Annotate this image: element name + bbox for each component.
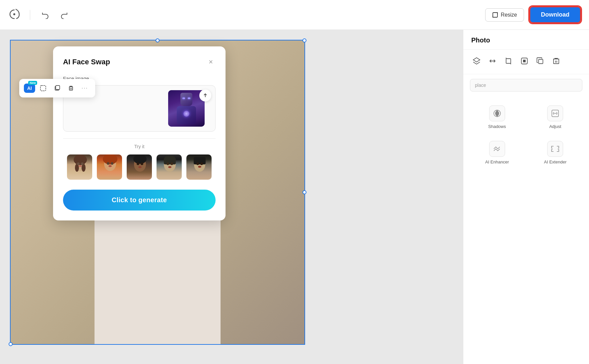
selection-handle-corner[interactable] — [302, 38, 306, 42]
layers-button[interactable] — [470, 54, 483, 69]
panel-search-bar[interactable]: place — [470, 79, 582, 91]
background-button[interactable] — [518, 54, 531, 69]
search-placeholder: place — [475, 83, 486, 88]
adjust-icon — [547, 105, 563, 121]
ai-enhancer-item[interactable]: AI Enhancer — [470, 137, 524, 168]
modal-close-button[interactable]: × — [206, 56, 216, 68]
delete-tool-button[interactable] — [65, 82, 77, 94]
face-sample-img-1 — [67, 154, 92, 180]
svg-rect-2 — [40, 86, 46, 91]
ironman-chest — [183, 111, 189, 117]
shadows-icon — [489, 105, 505, 121]
canvas-area: AI New — [0, 30, 463, 364]
svg-rect-33 — [194, 157, 206, 164]
svg-marker-37 — [473, 58, 480, 62]
svg-point-28 — [168, 156, 175, 161]
selection-handle-top[interactable] — [156, 38, 160, 42]
svg-point-35 — [200, 162, 203, 165]
svg-rect-5 — [69, 87, 73, 90]
svg-point-0 — [13, 13, 15, 15]
ai-tool-button[interactable]: AI New — [24, 84, 35, 93]
duplicate-button[interactable] — [534, 54, 547, 69]
main-layout: AI New — [0, 30, 589, 364]
svg-rect-42 — [539, 59, 543, 64]
face-sample-4[interactable] — [156, 154, 182, 180]
ai-label: AI — [27, 86, 32, 91]
delete-panel-button[interactable] — [550, 54, 563, 69]
face-samples — [63, 154, 216, 180]
panel-title: Photo — [463, 30, 589, 50]
ai-extender-label: AI Extender — [544, 159, 566, 164]
ai-extender-icon — [547, 141, 563, 157]
ironman-eyes — [182, 97, 190, 99]
svg-point-17 — [107, 162, 109, 165]
face-sample-img-4 — [157, 154, 182, 180]
ironman-body — [177, 106, 196, 124]
svg-point-29 — [166, 162, 169, 165]
ironman-head — [180, 93, 192, 106]
adjust-item[interactable]: Adjust — [528, 101, 583, 133]
resize-label: Resize — [501, 12, 517, 18]
select-tool-button[interactable] — [37, 82, 49, 94]
svg-rect-1 — [493, 13, 497, 17]
svg-point-13 — [81, 162, 84, 165]
svg-point-19 — [108, 165, 112, 167]
ai-enhancer-icon — [489, 141, 505, 157]
modal-header: AI Face Swap × — [63, 56, 216, 68]
panel-toolbar — [463, 50, 589, 74]
svg-point-9 — [74, 154, 87, 165]
ironman-eye-left — [182, 97, 185, 99]
divider — [63, 138, 216, 139]
crop-button[interactable] — [502, 54, 515, 69]
face-sample-2[interactable] — [96, 154, 123, 180]
svg-point-34 — [196, 162, 199, 165]
svg-point-22 — [137, 162, 139, 165]
upload-icon-button[interactable] — [199, 90, 211, 101]
new-badge: New — [28, 81, 37, 85]
ai-face-swap-modal: AI Face Swap × Face image — [53, 46, 226, 220]
face-sample-img-3 — [127, 154, 152, 180]
svg-point-23 — [141, 162, 143, 165]
svg-point-30 — [170, 162, 173, 165]
svg-point-36 — [198, 166, 201, 168]
ai-enhancer-label: AI Enhancer — [485, 159, 509, 164]
svg-rect-4 — [56, 86, 60, 90]
resize-button[interactable]: Resize — [485, 8, 524, 22]
face-sample-5[interactable] — [186, 154, 212, 180]
topbar-divider — [30, 10, 30, 20]
selection-handle-right[interactable] — [302, 190, 306, 194]
logo-icon[interactable] — [8, 8, 21, 22]
topbar-right: Resize Download — [485, 6, 581, 23]
svg-point-18 — [111, 162, 113, 165]
modal-title: AI Face Swap — [63, 58, 110, 66]
svg-point-21 — [133, 154, 147, 164]
topbar: Resize Download — [0, 0, 589, 30]
svg-point-24 — [138, 166, 142, 168]
ironman-eye-right — [188, 97, 190, 99]
shadows-item[interactable]: Shadows — [470, 101, 524, 133]
svg-point-31 — [168, 166, 171, 168]
svg-rect-38 — [506, 59, 511, 63]
face-sample-3[interactable] — [126, 154, 153, 180]
face-sample-1[interactable] — [66, 154, 93, 180]
undo-button[interactable] — [39, 9, 51, 21]
svg-point-12 — [77, 162, 80, 165]
right-panel: Photo — [463, 30, 589, 364]
copy-tool-button[interactable] — [51, 82, 63, 94]
panel-grid: Shadows Adjust AI Enhanc — [463, 96, 589, 174]
floating-toolbar: AI New — [19, 79, 95, 97]
download-button[interactable]: Download — [529, 6, 581, 23]
adjust-label: Adjust — [549, 124, 561, 129]
redo-button[interactable] — [58, 9, 70, 21]
selection-handle-bottom-left[interactable] — [9, 342, 13, 346]
svg-point-14 — [79, 165, 82, 167]
svg-rect-43 — [554, 59, 559, 64]
try-it-label: Try it — [63, 144, 216, 149]
shadows-label: Shadows — [488, 124, 506, 129]
more-tool-button[interactable]: ··· — [79, 83, 91, 94]
flip-button[interactable] — [486, 54, 499, 69]
face-sample-img-5 — [186, 154, 212, 180]
topbar-left — [8, 8, 70, 22]
ai-extender-item[interactable]: AI Extender — [528, 137, 583, 168]
generate-button[interactable]: Click to generate — [63, 190, 216, 211]
